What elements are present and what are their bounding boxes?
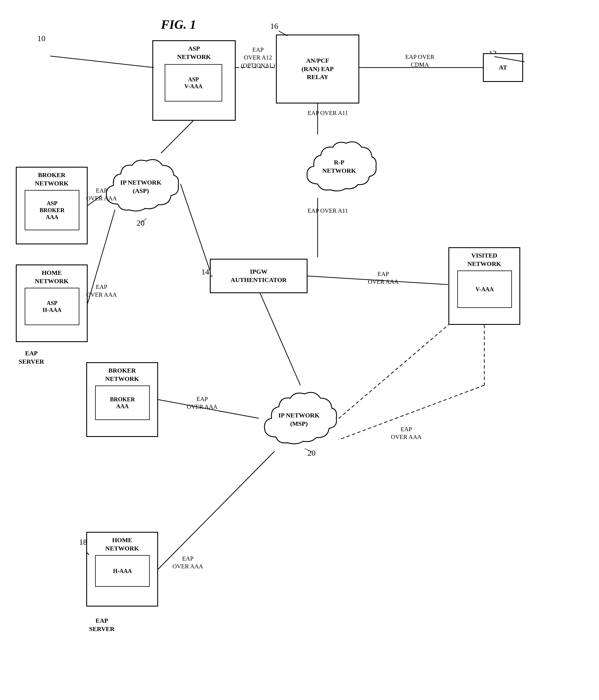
eap-server-bot-label: EAPSERVER — [89, 617, 115, 633]
asp-network-label: ASPNETWORK — [153, 45, 235, 61]
broker-aaa-label: BROKERAAA — [110, 396, 135, 410]
ip-network-msp-cloud: IP NETWORK(MSP) — [259, 385, 339, 454]
ref-10: 10 — [38, 34, 45, 43]
eap-over-aaa-broker-bot-label: EAPOVER AAA — [187, 395, 218, 411]
ip-network-asp-label: IP NETWORK(ASP) — [120, 178, 161, 195]
ipgw-box: IPGWAUTHENTICATOR — [210, 259, 307, 293]
eap-over-aaa-visited-label: EAPOVER AAA — [368, 270, 399, 286]
rp-network-cloud: R-PNETWORK — [302, 135, 377, 198]
at-label: AT — [499, 64, 507, 72]
haaa-box: H-AAA — [95, 555, 150, 587]
svg-line-14 — [260, 293, 300, 385]
asp-vaaa-box: ASPV-AAA — [165, 64, 222, 101]
home-network-top-box: HOMENETWORK ASPH-AAA — [16, 265, 88, 342]
broker-network-bot-label: BROKERNETWORK — [87, 367, 157, 383]
eap-over-aaa-home-top-label: EAPOVER AAA — [86, 283, 117, 299]
eap-over-a11-top-label: EAP OVER A11 — [307, 109, 348, 117]
an-pcf-label: AN/PCF(RAN) EAPRELAY — [301, 57, 334, 81]
home-network-top-label: HOMENETWORK — [17, 269, 87, 285]
eap-over-aaa-msp-visited-label: EAPOVER AAA — [391, 425, 422, 441]
eap-over-aaa-broker-top-label: EAPOVER AAA — [86, 187, 117, 203]
ipgw-label: IPGWAUTHENTICATOR — [231, 268, 287, 284]
eap-over-a12-label: EAPOVER A12(OPTIONAL) — [241, 46, 275, 70]
asp-haaa-box: ASPH-AAA — [25, 288, 79, 325]
asp-broker-aaa-box: ASPBROKERAAA — [25, 190, 79, 230]
ip-network-msp-label: IP NETWORK(MSP) — [278, 411, 320, 428]
asp-broker-aaa-label: ASPBROKERAAA — [40, 200, 65, 221]
svg-line-12 — [180, 184, 210, 270]
home-network-bot-box: HOMENETWORK H-AAA — [86, 532, 158, 606]
figure-title: FIG. 1 — [161, 17, 196, 32]
haaa-label: H-AAA — [113, 568, 132, 574]
diagram: FIG. 1 10 16 12 14 18 20 20 ASPNETWORK A… — [0, 0, 599, 700]
eap-server-top-label: EAPSERVER — [19, 349, 44, 366]
eap-over-cdma-label: EAP OVERCDMA — [405, 53, 434, 69]
svg-line-2 — [50, 56, 154, 68]
asp-vaaa-label: ASPV-AAA — [184, 76, 203, 90]
ref-16: 16 — [270, 22, 278, 31]
broker-network-bot-box: BROKERNETWORK BROKERAAA — [86, 362, 158, 437]
an-pcf-box: AN/PCF(RAN) EAPRELAY — [276, 34, 359, 103]
visited-network-label: VISITEDNETWORK — [449, 252, 519, 268]
broker-network-top-box: BROKERNETWORK ASPBROKERAAA — [16, 167, 88, 244]
svg-line-9 — [161, 121, 193, 153]
visited-network-box: VISITEDNETWORK V-AAA — [448, 247, 520, 325]
ref-18: 18 — [79, 538, 87, 547]
vaaa-box: V-AAA — [457, 271, 512, 308]
asp-haaa-label: ASPH-AAA — [43, 300, 61, 314]
rp-network-label: R-PNETWORK — [322, 158, 356, 175]
svg-line-16 — [158, 451, 274, 569]
broker-aaa-box: BROKERAAA — [95, 385, 150, 420]
svg-line-17 — [339, 325, 448, 419]
eap-over-aaa-home-bot-label: EAPOVER AAA — [172, 555, 203, 571]
vaaa-label: V-AAA — [476, 286, 494, 293]
eap-over-a11-bot-label: EAP OVER A11 — [307, 207, 348, 215]
ref-14: 14 — [201, 267, 209, 277]
at-box: AT — [483, 53, 523, 82]
home-network-bot-label: HOMENETWORK — [87, 536, 157, 552]
broker-network-top-label: BROKERNETWORK — [17, 171, 87, 188]
asp-network-box: ASPNETWORK ASPV-AAA — [152, 40, 236, 121]
